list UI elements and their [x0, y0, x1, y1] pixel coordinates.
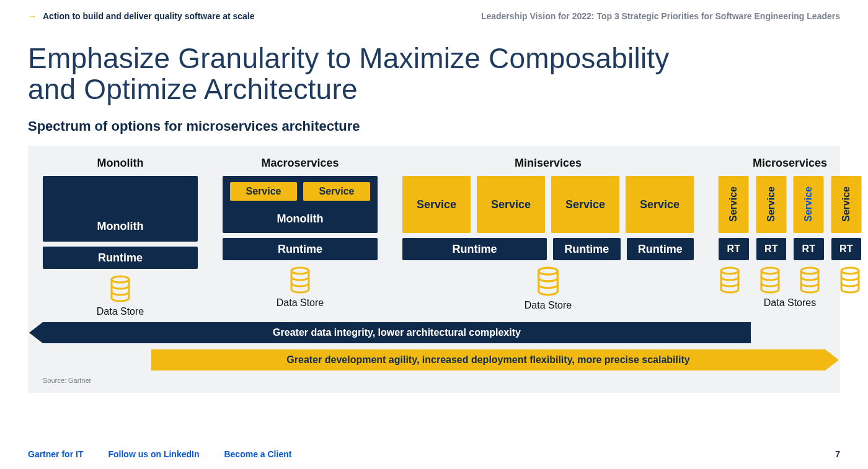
macro-service-box: Service — [303, 182, 370, 201]
micro-runtime: RT — [794, 238, 824, 260]
micro-db-row — [719, 266, 861, 294]
micro-service-box: Service — [794, 176, 824, 233]
database-icon — [109, 275, 131, 302]
arrow-right-bar: Greater development agility, increased d… — [151, 349, 825, 370]
macro-wrapper: Service Service Monolith — [223, 176, 378, 233]
svg-point-4 — [761, 268, 779, 274]
macro-service-box: Service — [230, 182, 297, 201]
database-icon — [799, 266, 821, 294]
svg-point-5 — [801, 268, 818, 274]
monolith-store-label: Data Store — [97, 306, 144, 317]
architecture-columns: Monolith Monolith Runtime Data Store — [43, 157, 825, 317]
breadcrumb: → Action to build and deliver quality so… — [28, 11, 255, 21]
micro-unit: Service RT — [719, 176, 749, 260]
mini-runtime: Runtime — [553, 238, 620, 260]
title-line-1: Emphasize Granularity to Maximize Compos… — [28, 42, 670, 74]
document-title: Leadership Vision for 2022: Top 3 Strate… — [481, 11, 840, 21]
mini-service-box: Service — [477, 176, 545, 233]
column-heading-monolith: Monolith — [43, 157, 198, 170]
svg-point-2 — [539, 268, 558, 275]
arrow-right-icon: → — [28, 11, 37, 21]
macro-store-label: Data Store — [277, 297, 324, 309]
column-monolith: Monolith Monolith Runtime Data Store — [43, 157, 198, 317]
column-macroservices: Macroservices Service Service Monolith R… — [223, 157, 378, 309]
micro-runtime: RT — [719, 238, 749, 260]
column-heading-macroservices: Macroservices — [223, 157, 378, 170]
spectrum-arrows: Greater data integrity, lower architectu… — [43, 322, 825, 370]
monolith-box: Monolith — [43, 176, 198, 242]
mini-service-box: Service — [626, 176, 694, 233]
top-bar: → Action to build and deliver quality so… — [28, 11, 840, 21]
micro-unit: Service RT — [794, 176, 824, 260]
micro-unit: Service RT — [831, 176, 862, 260]
micro-service-box: Service — [756, 176, 787, 233]
database-icon — [536, 266, 560, 296]
footer-client-link[interactable]: Become a Client — [224, 449, 291, 459]
macro-monolith-label: Monolith — [230, 213, 370, 226]
column-microservices: Microservices Service RT Service RT Serv… — [719, 157, 861, 309]
page-number: 7 — [835, 449, 840, 459]
svg-point-0 — [112, 276, 129, 283]
micro-runtime: RT — [831, 238, 862, 260]
page-subtitle: Spectrum of options for microservices ar… — [28, 118, 840, 134]
database-icon — [839, 266, 861, 294]
source-credit: Source: Gartner — [43, 377, 825, 384]
micro-runtime: RT — [756, 238, 787, 260]
slide-page: → Action to build and deliver quality so… — [0, 0, 868, 469]
mini-runtime: Runtime — [402, 238, 547, 260]
mini-store-label: Data Store — [525, 300, 572, 311]
micro-unit: Service RT — [756, 176, 787, 260]
mini-service-box: Service — [551, 176, 619, 233]
micro-service-box: Service — [719, 176, 749, 233]
mini-service-box: Service — [402, 176, 471, 233]
micro-service-box: Service — [831, 176, 862, 233]
mini-store: Data Store — [402, 266, 694, 311]
arrow-right-text: Greater development agility, increased d… — [286, 354, 689, 366]
svg-point-3 — [721, 268, 738, 274]
column-miniservices: Miniservices Service Service Service Ser… — [402, 157, 694, 311]
arrow-left-text: Greater data integrity, lower architectu… — [273, 327, 521, 338]
title-line-2: and Optimize Architecture — [28, 73, 358, 105]
page-title: Emphasize Granularity to Maximize Compos… — [28, 43, 840, 105]
macro-runtime: Runtime — [223, 238, 378, 260]
mini-runtime: Runtime — [627, 238, 694, 260]
column-heading-microservices: Microservices — [719, 157, 861, 170]
footer-linkedin-link[interactable]: Follow us on LinkedIn — [108, 449, 199, 459]
monolith-store: Data Store — [43, 275, 198, 317]
database-icon — [719, 266, 741, 294]
footer: Gartner for IT Follow us on LinkedIn Bec… — [28, 449, 840, 459]
diagram-panel: Monolith Monolith Runtime Data Store — [28, 146, 840, 393]
micro-store-label: Data Stores — [719, 297, 861, 309]
svg-point-6 — [841, 268, 859, 274]
svg-point-1 — [291, 268, 309, 274]
column-heading-miniservices: Miniservices — [402, 157, 694, 170]
breadcrumb-text: Action to build and deliver quality soft… — [43, 11, 255, 21]
database-icon — [289, 266, 311, 294]
database-icon — [759, 266, 781, 294]
monolith-runtime: Runtime — [43, 247, 198, 269]
arrow-left-bar: Greater data integrity, lower architectu… — [43, 322, 751, 343]
footer-brand-link[interactable]: Gartner for IT — [28, 449, 83, 459]
macro-store: Data Store — [223, 266, 378, 309]
